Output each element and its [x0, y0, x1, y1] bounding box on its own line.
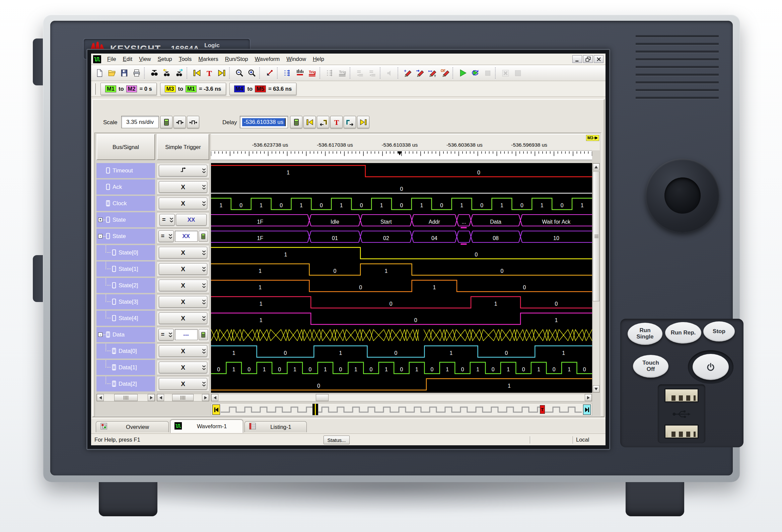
- menu-file[interactable]: File: [104, 53, 119, 65]
- trigger-dropdown[interactable]: X: [159, 197, 207, 209]
- signal-row-state0[interactable]: State[0]: [97, 245, 155, 260]
- bus-signal-setup-button[interactable]: [281, 67, 293, 79]
- run-single-button[interactable]: Run Single: [628, 323, 663, 345]
- rotary-knob[interactable]: [646, 159, 719, 232]
- signal-row-data1[interactable]: Data[1]: [97, 360, 155, 375]
- trigger-dropdown[interactable]: X: [159, 378, 207, 390]
- power-button[interactable]: [692, 354, 729, 380]
- zoom-out-button[interactable]: [233, 67, 246, 79]
- collapse-icon[interactable]: -: [98, 333, 103, 337]
- scroll-up-button[interactable]: [593, 163, 600, 170]
- trigger-edge-dropdown[interactable]: [159, 165, 207, 177]
- signal-row-state1[interactable]: State[1]: [97, 262, 155, 276]
- tab-overview[interactable]: Overview: [96, 421, 169, 432]
- scroll-down-button[interactable]: [593, 385, 600, 392]
- tab-waveform1[interactable]: Waveform-1: [170, 419, 243, 433]
- scale-zoom-out-button[interactable]: [187, 116, 199, 128]
- trigger-operator-dropdown[interactable]: =: [158, 329, 174, 341]
- signal-row-data0[interactable]: Data[0]: [97, 343, 155, 358]
- delay-go-trigger-button[interactable]: T: [330, 116, 343, 128]
- delay-go-end-button[interactable]: [357, 116, 369, 128]
- open-file-button[interactable]: [106, 67, 118, 79]
- trigger-value-button[interactable]: XX: [176, 214, 207, 226]
- signal-row-data[interactable]: -Data: [97, 327, 155, 342]
- touch-off-button[interactable]: Touch Off: [633, 355, 669, 378]
- close-button[interactable]: [594, 55, 604, 63]
- trigger-value-input[interactable]: ---: [175, 329, 198, 340]
- menu-setup[interactable]: Setup: [154, 53, 176, 65]
- simple-trigger-column-header[interactable]: Simple Trigger: [157, 134, 209, 160]
- delay-go-start-button[interactable]: [304, 116, 316, 128]
- marker-tool-button[interactable]: [263, 67, 276, 79]
- menu-window[interactable]: Window: [283, 53, 310, 65]
- usb-port-top[interactable]: [665, 388, 699, 403]
- run-repetitive-button[interactable]: [469, 67, 481, 79]
- status-button[interactable]: Status...: [323, 435, 350, 444]
- restore-button[interactable]: [583, 55, 593, 63]
- find-next-button[interactable]: [173, 67, 185, 79]
- navigator-view-position[interactable]: [313, 404, 318, 415]
- m3-marker-tag[interactable]: M3: [586, 135, 599, 141]
- trigger-dropdown[interactable]: X: [159, 345, 207, 357]
- menu-help[interactable]: Help: [310, 53, 327, 65]
- delay-previous-edge-button[interactable]: [317, 116, 329, 128]
- acquisition-navigator[interactable]: T: [211, 403, 592, 416]
- vertical-scrollbar[interactable]: [593, 163, 600, 393]
- menu-tools[interactable]: Tools: [176, 53, 195, 65]
- signal-row-state3[interactable]: State[3]: [97, 294, 155, 309]
- menu-runstop[interactable]: Run/Stop: [222, 53, 251, 65]
- signal-row-data2[interactable]: Data[2]: [97, 376, 155, 391]
- delay-calculator-button[interactable]: [290, 116, 303, 128]
- tab-listing1[interactable]: Listing-1: [245, 421, 307, 432]
- trigger-dropdown[interactable]: X: [159, 181, 207, 193]
- menu-view[interactable]: View: [136, 53, 154, 65]
- go-to-trigger-button[interactable]: T: [203, 67, 215, 79]
- navigator-go-end-button[interactable]: [583, 405, 591, 415]
- scale-calculator-button[interactable]: [160, 116, 173, 128]
- new-document-button[interactable]: [93, 67, 106, 79]
- waveform-canvas[interactable]: 10010101010101010101011FIdleStartAddr...…: [211, 163, 592, 393]
- signal-row-state[interactable]: -State: [97, 229, 155, 244]
- trigger-dropdown[interactable]: X: [159, 263, 207, 275]
- marker-measurement-m4-m5[interactable]: M4toM5= 63.6 ns: [229, 83, 297, 95]
- menu-edit[interactable]: Edit: [119, 53, 136, 65]
- time-ruler[interactable]: [211, 150, 592, 160]
- trigger-calculator-button[interactable]: [199, 329, 208, 340]
- zoom-in-button[interactable]: [246, 67, 258, 79]
- trigger-dropdown[interactable]: X: [159, 362, 207, 373]
- menu-markers[interactable]: Markers: [195, 53, 222, 65]
- signal-row-state4[interactable]: State[4]: [97, 311, 155, 326]
- signal-row-clock[interactable]: Clock: [97, 196, 155, 211]
- bus-signal-column-header[interactable]: Bus/Signal: [97, 134, 155, 160]
- navigator-go-start-button[interactable]: [212, 405, 220, 415]
- menu-waveform[interactable]: Waveform: [251, 53, 283, 65]
- vertical-scroll-thumb[interactable]: [593, 172, 600, 301]
- marker-new-button[interactable]: +: [401, 67, 414, 79]
- stop-button[interactable]: Stop: [703, 321, 735, 342]
- sampling-setup-button[interactable]: [293, 67, 306, 79]
- run-rep-button[interactable]: Run Rep.: [665, 322, 701, 343]
- signal-row-ack[interactable]: Ack: [97, 180, 155, 194]
- marker-measurement-m1-m2[interactable]: M1toM2= 0 s: [101, 83, 157, 95]
- trigger-dropdown[interactable]: X: [159, 279, 207, 291]
- find-button[interactable]: [148, 67, 161, 79]
- trigger-dropdown[interactable]: X: [159, 247, 207, 259]
- waveform-scrollbar[interactable]: [211, 394, 592, 402]
- go-to-end-button[interactable]: [215, 67, 228, 79]
- trigger-setup-button[interactable]: Trig: [306, 67, 318, 79]
- delay-next-edge-button[interactable]: [344, 116, 356, 128]
- marker-next-button[interactable]: [414, 67, 426, 79]
- save-button[interactable]: [118, 67, 130, 79]
- usb-port-bottom[interactable]: [665, 424, 699, 439]
- signal-row-state2[interactable]: State[2]: [97, 278, 155, 293]
- trigger-dropdown[interactable]: X: [159, 296, 207, 308]
- delay-input[interactable]: -536.610338 us: [240, 116, 288, 128]
- trigger-operator-dropdown[interactable]: =: [158, 230, 174, 242]
- bus-signal-scrollbar[interactable]: [97, 394, 155, 402]
- scale-input[interactable]: 3.35 ns/div: [121, 116, 159, 128]
- marker-overflow-button[interactable]: OF: [439, 67, 451, 79]
- collapse-icon[interactable]: -: [98, 234, 103, 238]
- scale-zoom-in-button[interactable]: [174, 116, 186, 128]
- go-to-start-button[interactable]: [190, 67, 203, 79]
- navigator-trigger-mark[interactable]: T: [540, 405, 545, 414]
